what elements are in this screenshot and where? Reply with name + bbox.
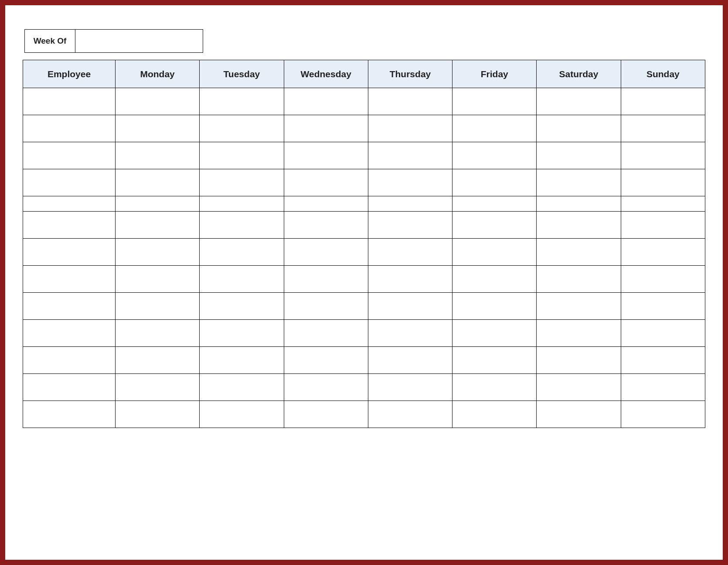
cell-saturday[interactable]	[537, 401, 621, 428]
cell-saturday[interactable]	[537, 293, 621, 320]
cell-wednesday[interactable]	[284, 212, 368, 239]
cell-sunday[interactable]	[621, 169, 705, 196]
cell-employee[interactable]	[23, 266, 116, 293]
cell-monday[interactable]	[116, 347, 200, 374]
cell-sunday[interactable]	[621, 320, 705, 347]
cell-sunday[interactable]	[621, 115, 705, 142]
cell-thursday[interactable]	[368, 347, 452, 374]
cell-employee[interactable]	[23, 320, 116, 347]
cell-sunday[interactable]	[621, 266, 705, 293]
cell-thursday[interactable]	[368, 320, 452, 347]
cell-tuesday[interactable]	[200, 115, 284, 142]
cell-saturday[interactable]	[537, 266, 621, 293]
cell-wednesday[interactable]	[284, 169, 368, 196]
cell-wednesday[interactable]	[284, 293, 368, 320]
cell-employee[interactable]	[23, 115, 116, 142]
cell-saturday[interactable]	[537, 320, 621, 347]
cell-friday[interactable]	[452, 169, 537, 196]
cell-saturday[interactable]	[537, 169, 621, 196]
cell-thursday[interactable]	[368, 169, 452, 196]
cell-monday[interactable]	[116, 142, 200, 169]
cell-tuesday[interactable]	[200, 374, 284, 401]
cell-wednesday[interactable]	[284, 320, 368, 347]
spacer-row	[23, 196, 705, 212]
cell-saturday[interactable]	[537, 88, 621, 115]
cell-tuesday[interactable]	[200, 320, 284, 347]
cell-wednesday[interactable]	[284, 347, 368, 374]
cell-sunday[interactable]	[621, 142, 705, 169]
cell-sunday[interactable]	[621, 374, 705, 401]
cell-thursday[interactable]	[368, 401, 452, 428]
cell-wednesday[interactable]	[284, 374, 368, 401]
cell-employee[interactable]	[23, 347, 116, 374]
cell-saturday[interactable]	[537, 239, 621, 266]
cell-friday[interactable]	[452, 88, 537, 115]
cell-friday[interactable]	[452, 266, 537, 293]
cell-employee[interactable]	[23, 142, 116, 169]
cell-thursday[interactable]	[368, 142, 452, 169]
cell-monday[interactable]	[116, 212, 200, 239]
cell-wednesday[interactable]	[284, 142, 368, 169]
cell-thursday[interactable]	[368, 115, 452, 142]
spacer-cell	[537, 196, 621, 212]
cell-tuesday[interactable]	[200, 212, 284, 239]
cell-friday[interactable]	[452, 142, 537, 169]
cell-monday[interactable]	[116, 401, 200, 428]
cell-friday[interactable]	[452, 320, 537, 347]
cell-thursday[interactable]	[368, 239, 452, 266]
cell-wednesday[interactable]	[284, 266, 368, 293]
cell-employee[interactable]	[23, 401, 116, 428]
cell-sunday[interactable]	[621, 347, 705, 374]
cell-employee[interactable]	[23, 293, 116, 320]
cell-saturday[interactable]	[537, 347, 621, 374]
cell-sunday[interactable]	[621, 212, 705, 239]
cell-monday[interactable]	[116, 266, 200, 293]
cell-thursday[interactable]	[368, 266, 452, 293]
cell-employee[interactable]	[23, 169, 116, 196]
cell-saturday[interactable]	[537, 212, 621, 239]
table-row	[23, 239, 705, 266]
cell-monday[interactable]	[116, 88, 200, 115]
cell-thursday[interactable]	[368, 374, 452, 401]
cell-friday[interactable]	[452, 293, 537, 320]
cell-tuesday[interactable]	[200, 239, 284, 266]
cell-friday[interactable]	[452, 212, 537, 239]
cell-thursday[interactable]	[368, 212, 452, 239]
cell-employee[interactable]	[23, 88, 116, 115]
cell-sunday[interactable]	[621, 401, 705, 428]
cell-employee[interactable]	[23, 239, 116, 266]
cell-employee[interactable]	[23, 212, 116, 239]
cell-friday[interactable]	[452, 374, 537, 401]
cell-friday[interactable]	[452, 239, 537, 266]
cell-friday[interactable]	[452, 401, 537, 428]
cell-tuesday[interactable]	[200, 401, 284, 428]
cell-monday[interactable]	[116, 115, 200, 142]
cell-wednesday[interactable]	[284, 239, 368, 266]
cell-tuesday[interactable]	[200, 142, 284, 169]
week-of-value[interactable]	[75, 30, 203, 52]
cell-monday[interactable]	[116, 169, 200, 196]
cell-tuesday[interactable]	[200, 347, 284, 374]
cell-tuesday[interactable]	[200, 169, 284, 196]
cell-saturday[interactable]	[537, 115, 621, 142]
cell-monday[interactable]	[116, 239, 200, 266]
cell-tuesday[interactable]	[200, 88, 284, 115]
cell-sunday[interactable]	[621, 239, 705, 266]
cell-saturday[interactable]	[537, 374, 621, 401]
cell-wednesday[interactable]	[284, 115, 368, 142]
cell-thursday[interactable]	[368, 293, 452, 320]
cell-sunday[interactable]	[621, 88, 705, 115]
cell-friday[interactable]	[452, 115, 537, 142]
cell-wednesday[interactable]	[284, 88, 368, 115]
cell-saturday[interactable]	[537, 142, 621, 169]
cell-tuesday[interactable]	[200, 293, 284, 320]
cell-wednesday[interactable]	[284, 401, 368, 428]
cell-sunday[interactable]	[621, 293, 705, 320]
cell-monday[interactable]	[116, 374, 200, 401]
cell-thursday[interactable]	[368, 88, 452, 115]
cell-employee[interactable]	[23, 374, 116, 401]
cell-monday[interactable]	[116, 293, 200, 320]
cell-friday[interactable]	[452, 347, 537, 374]
cell-tuesday[interactable]	[200, 266, 284, 293]
cell-monday[interactable]	[116, 320, 200, 347]
